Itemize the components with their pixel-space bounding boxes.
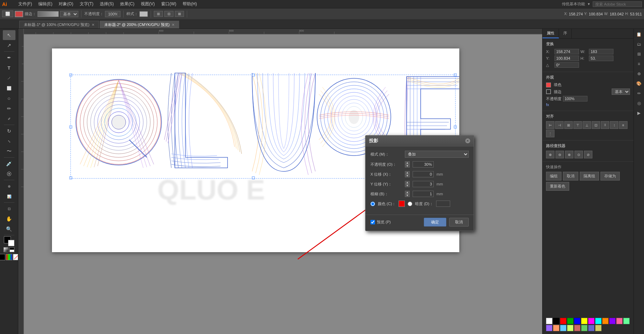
- tool-scale[interactable]: ⤡: [3, 136, 15, 146]
- align-center-btn[interactable]: ⊟: [164, 11, 173, 17]
- menu-file[interactable]: 文件(F): [15, 0, 35, 8]
- align-right-btn[interactable]: ⊞: [564, 121, 573, 129]
- tool-blend[interactable]: ⦿: [3, 169, 15, 179]
- tab-2[interactable]: 未标题-2* @ 200% (CMYK/GPU 预览) ✕: [100, 21, 179, 28]
- swatch-green[interactable]: [567, 318, 573, 324]
- tab-properties[interactable]: 属性: [543, 29, 559, 38]
- align-bottom-btn[interactable]: ⊡: [592, 121, 600, 129]
- align-top-btn[interactable]: ⊤: [573, 121, 582, 129]
- swap-colors[interactable]: [9, 247, 14, 252]
- stroke-type-select[interactable]: 基本: [612, 89, 630, 95]
- menu-select[interactable]: 选择(S): [97, 0, 117, 8]
- distrib-h-btn[interactable]: ⦀: [601, 121, 609, 129]
- tool-rect[interactable]: ⬜: [3, 83, 15, 93]
- qa-save[interactable]: 存储为: [600, 172, 620, 181]
- menu-help[interactable]: 帮助(H): [180, 0, 200, 8]
- tool-line[interactable]: ⟋: [3, 73, 15, 83]
- tool-zoom[interactable]: 🔍: [3, 224, 15, 234]
- properties-icon[interactable]: 📋: [635, 30, 643, 39]
- swatch-periwinkle[interactable]: [588, 325, 594, 331]
- ok-button[interactable]: 确定: [424, 218, 446, 227]
- preview-checkbox[interactable]: [370, 220, 375, 224]
- opacity-down[interactable]: ▼: [405, 164, 410, 168]
- swatch-orange[interactable]: [602, 318, 609, 324]
- menu-effect[interactable]: 效果(C): [117, 0, 137, 8]
- blur-down[interactable]: ▼: [405, 194, 410, 197]
- swatch-light-green[interactable]: [623, 318, 630, 324]
- x-offset-down[interactable]: ▼: [405, 174, 410, 177]
- tool-direct-select[interactable]: ↗: [3, 40, 15, 50]
- align-icon[interactable]: ≡: [635, 60, 643, 68]
- stroke-swatch[interactable]: [8, 240, 14, 246]
- coord-y-input[interactable]: [554, 55, 579, 61]
- stroke-width-select[interactable]: 基本: [60, 11, 78, 17]
- coord-w-input[interactable]: [589, 49, 613, 54]
- y-offset-input[interactable]: [413, 181, 434, 187]
- swatch-sky[interactable]: [560, 325, 566, 331]
- tab-1-close[interactable]: ✕: [92, 23, 94, 27]
- distribute-btn[interactable]: ⊠: [175, 11, 184, 17]
- swatches-icon[interactable]: 🎨: [635, 79, 643, 88]
- mode-select[interactable]: 叠加 正常 滤色 正片叠底: [405, 151, 469, 158]
- tool-column-graph[interactable]: 📊: [3, 191, 15, 201]
- tab-layers[interactable]: 序: [559, 29, 572, 38]
- x-offset-input[interactable]: [413, 171, 434, 177]
- swatch-lime[interactable]: [567, 325, 573, 331]
- tool-options-btn[interactable]: ⬜: [2, 11, 13, 17]
- y-offset-up[interactable]: ▲: [405, 181, 410, 184]
- cancel-button[interactable]: 取消: [449, 218, 469, 227]
- style-swatch[interactable]: [139, 11, 148, 17]
- swatch-peach[interactable]: [553, 325, 559, 331]
- swatch-white[interactable]: [546, 318, 552, 324]
- tool-warp[interactable]: 〜: [3, 146, 15, 156]
- distrib-v-btn[interactable]: ⫶: [610, 121, 618, 129]
- transform-icon[interactable]: ⊞: [635, 50, 643, 58]
- tool-brush[interactable]: ✏: [3, 104, 15, 113]
- pathfinder-intersect[interactable]: ⊗: [565, 151, 573, 158]
- none-swatch[interactable]: [4, 247, 8, 252]
- blur-up[interactable]: ▲: [405, 191, 410, 194]
- y-offset-down[interactable]: ▼: [405, 184, 410, 187]
- tool-eyedropper[interactable]: 💉: [3, 159, 15, 169]
- tool-pen[interactable]: ✒: [3, 53, 15, 63]
- pathfinder-minus[interactable]: ⊖: [556, 151, 564, 158]
- color-mode-gradient[interactable]: [6, 254, 12, 260]
- swatch-violet[interactable]: [546, 325, 552, 331]
- distrib-gap-v-btn[interactable]: ⋮: [546, 130, 554, 137]
- dialog-close-btn[interactable]: ✕: [465, 138, 470, 143]
- swatch-magenta[interactable]: [588, 318, 594, 324]
- tool-ellipse[interactable]: ○: [3, 93, 15, 103]
- opacity-value-input[interactable]: 30%: [413, 161, 434, 168]
- stroke-color-btn[interactable]: [15, 11, 23, 17]
- darkness-radio[interactable]: [408, 202, 412, 206]
- align-left-btn[interactable]: ⊞: [154, 11, 163, 17]
- pathfinder-icon[interactable]: ⊕: [635, 70, 643, 78]
- drop-shadow-dialog[interactable]: 投影 ✕ 模式 (M)： 叠加 正常 滤色 正片叠底 不透明度 (O)： ▲: [365, 135, 474, 231]
- swatch-pink[interactable]: [616, 318, 623, 324]
- tab-1[interactable]: 未标题-1* @ 100% (CMYK/GPU 预览) ✕: [19, 21, 99, 28]
- swatch-rose[interactable]: [574, 325, 580, 331]
- swatch-purple[interactable]: [609, 318, 616, 324]
- tool-slice[interactable]: ⊡: [3, 204, 15, 214]
- swatch-sage[interactable]: [581, 325, 587, 331]
- qa-isolate[interactable]: 隔离组: [580, 172, 599, 181]
- pathfinder-divide[interactable]: ⊘: [584, 151, 592, 158]
- tool-symbol[interactable]: ⊕: [3, 181, 15, 191]
- swatch-khaki[interactable]: [595, 325, 602, 331]
- coord-h-input[interactable]: [589, 55, 613, 61]
- swatch-blue[interactable]: [574, 318, 580, 324]
- qa-recolor[interactable]: 重新着色: [546, 182, 569, 191]
- align-left-btn[interactable]: ⊢: [546, 121, 554, 129]
- swatch-yellow[interactable]: [581, 318, 587, 324]
- color-radio[interactable]: [370, 202, 375, 206]
- tool-select[interactable]: ↖: [3, 30, 15, 40]
- pathfinder-exclude[interactable]: ⊙: [574, 151, 583, 158]
- expand-icon[interactable]: ▶: [635, 109, 643, 117]
- align-center-h-btn[interactable]: ⊣: [555, 121, 564, 129]
- align-center-v-btn[interactable]: ⊥: [583, 121, 591, 129]
- appearance-icon[interactable]: ◎: [635, 99, 643, 107]
- blur-input[interactable]: [413, 191, 434, 197]
- opacity-up[interactable]: ▲: [405, 161, 410, 164]
- shadow-color-swatch[interactable]: [399, 201, 405, 207]
- tool-pencil[interactable]: ✐: [3, 114, 15, 124]
